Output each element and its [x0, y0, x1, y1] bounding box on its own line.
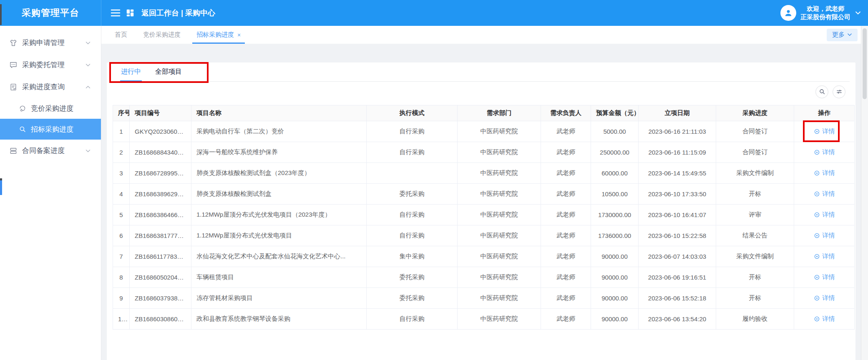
table-row: 2ZB1686884340728深海一号船绞车系统维护保养自行采购中医药研究院武…	[113, 142, 855, 163]
table-cell: 1.12MWp屋顶分布式光伏发电项目（2023年度）	[191, 205, 367, 225]
table-cell: 中医药研究院	[458, 184, 541, 205]
user-menu[interactable]: 欢迎，武老师 正采股份有限公司	[780, 5, 861, 21]
detail-link[interactable]: 详情	[814, 211, 835, 219]
table-cell: 1736000.00	[591, 225, 639, 246]
table-cell: 90000.00	[591, 246, 639, 267]
table-row: 10ZB1686030860314政和县教育系统教学钢琴设备采购自行采购中医药研…	[113, 309, 855, 330]
table-cell: 5	[113, 205, 130, 225]
table-cell: 合同签订	[716, 142, 794, 163]
detail-link[interactable]: 详情	[814, 252, 835, 260]
table-cell: 开标	[716, 184, 794, 205]
detail-link[interactable]: 详情	[814, 294, 835, 302]
app-title: 采购管理平台	[22, 7, 79, 19]
detail-link-label: 详情	[823, 148, 835, 156]
screen-edge-artifact	[0, 4, 2, 25]
workbench-grid-icon[interactable]	[126, 8, 135, 18]
column-header: 预算金额（元）	[591, 105, 639, 121]
tab-label: 首页	[115, 31, 127, 39]
table-cell: 2023-06-06 13:54:20	[639, 309, 716, 330]
detail-link-label: 详情	[823, 169, 835, 177]
sidebar-item-bidding-price-progress[interactable]: 竞价采购进度	[0, 98, 101, 119]
table-row: 7ZB1686117783476水仙花海文化艺术中心及配套水仙花海文化艺术中心.…	[113, 246, 855, 267]
more-button[interactable]: 更多	[827, 29, 858, 41]
detail-link[interactable]: 详情	[814, 232, 835, 240]
table-row: 6ZB16863817776721.12MWp屋顶分布式光伏发电项目自行采购中医…	[113, 225, 855, 246]
table-cell: ZB1686050204498	[130, 267, 191, 288]
tab-in-progress[interactable]: 进行中	[120, 62, 142, 81]
table-cell: 结果公告	[716, 225, 794, 246]
table-cell-actions: 详情	[794, 309, 855, 330]
table-cell: 2023-06-06 19:16:51	[639, 267, 716, 288]
table-cell: 6	[113, 225, 130, 246]
sidebar-item-label: 合同备案进度	[22, 146, 81, 155]
table-cell: 采购文件编制	[716, 163, 794, 184]
detail-link-label: 详情	[823, 294, 835, 302]
table-cell: 中医药研究院	[458, 163, 541, 184]
detail-link[interactable]: 详情	[814, 169, 835, 177]
table-cell: 武老师	[541, 121, 591, 142]
sidebar-item-progress-query[interactable]: 采购进度查询	[0, 76, 101, 98]
table-cell	[367, 163, 458, 184]
detail-link[interactable]: 详情	[814, 273, 835, 281]
detail-link[interactable]: 详情	[814, 190, 835, 198]
search-button[interactable]	[815, 85, 828, 98]
eye-icon	[814, 316, 820, 322]
table-cell: 90000.00	[591, 288, 639, 309]
eye-icon	[814, 274, 820, 280]
sidebar: 采购申请管理 采购委托管理 采购进度查询	[0, 26, 101, 360]
tab-bidding-price-progress[interactable]: 竞价采购进度	[139, 26, 185, 44]
detail-link[interactable]: 详情	[814, 128, 835, 135]
table-cell: 2023-06-10 17:33:50	[639, 184, 716, 205]
tab-tender-progress[interactable]: 招标采购进度 ×	[192, 26, 245, 44]
tab-label: 全部项目	[155, 68, 182, 76]
sidebar-item-label: 招标采购进度	[31, 125, 73, 134]
chevron-down-icon	[85, 41, 91, 45]
sidebar-submenu: 竞价采购进度 招标采购进度	[0, 98, 101, 140]
detail-link[interactable]: 详情	[814, 148, 835, 156]
table-cell: 集中采购	[367, 246, 458, 267]
projects-table: 序号项目编号项目名称执行模式需求部门需求负责人预算金额（元）立项日期采购进度操作…	[113, 105, 855, 330]
close-tab-icon[interactable]: ×	[237, 32, 241, 38]
search-icon	[819, 88, 825, 95]
table-cell-actions: 详情	[794, 225, 855, 246]
sidebar-item-entrust-management[interactable]: 采购委托管理	[0, 54, 101, 76]
back-to-workbench-link[interactable]: 返回工作台 | 采购中心	[141, 8, 215, 18]
sidebar-item-label: 竞价采购进度	[31, 104, 73, 113]
sidebar-item-purchase-request[interactable]: 采购申请管理	[0, 32, 101, 54]
eye-icon	[814, 128, 820, 135]
sidebar-item-contract-filing-progress[interactable]: 合同备案进度	[0, 140, 101, 162]
table-cell: 委托采购	[367, 184, 458, 205]
sidebar-item-tender-progress[interactable]: 招标采购进度	[0, 119, 101, 140]
table-cell: 中医药研究院	[458, 246, 541, 267]
welcome-text: 欢迎，武老师 正采股份有限公司	[800, 5, 850, 21]
vertical-scrollbar[interactable]	[861, 26, 868, 360]
detail-link[interactable]: 详情	[814, 315, 835, 323]
search-icon	[19, 125, 26, 133]
page-tabstrip: 首页 竞价采购进度 招标采购进度 × 更多	[101, 26, 861, 44]
tab-home[interactable]: 首页	[111, 26, 131, 44]
table-row: 4ZB1686389629921肺炎支原体核酸检测试剂盒委托采购中医药研究院武老…	[113, 184, 855, 205]
chevron-down-icon	[85, 149, 91, 153]
hamburger-menu-icon[interactable]	[111, 9, 121, 17]
header-main: 返回工作台 | 采购中心 欢迎，武老师 正采股份有限公司	[101, 0, 868, 26]
table-cell: 中医药研究院	[458, 121, 541, 142]
table-cell: ZB1686037938644	[130, 288, 191, 309]
table-cell-actions: 详情	[794, 121, 855, 142]
tab-label: 招标采购进度	[196, 31, 234, 39]
table-cell: 自行采购	[367, 121, 458, 142]
column-settings-button[interactable]	[833, 85, 845, 98]
status-tabs: 进行中 全部项目	[113, 62, 850, 82]
table-cell: 中医药研究院	[458, 142, 541, 163]
table-cell: 7	[113, 246, 130, 267]
tab-all-projects[interactable]: 全部项目	[154, 62, 183, 81]
eye-icon	[814, 170, 820, 176]
table-cell: 武老师	[541, 309, 591, 330]
chevron-down-icon	[847, 33, 852, 37]
user-avatar-icon	[780, 5, 796, 21]
scrollbar-thumb[interactable]	[863, 28, 867, 99]
table-cell: GKYQ20230600003	[130, 121, 191, 142]
detail-link-label: 详情	[823, 315, 835, 323]
table-cell-actions: 详情	[794, 288, 855, 309]
column-header: 操作	[794, 105, 855, 121]
table-cell: 政和县教育系统教学钢琴设备采购	[191, 309, 367, 330]
